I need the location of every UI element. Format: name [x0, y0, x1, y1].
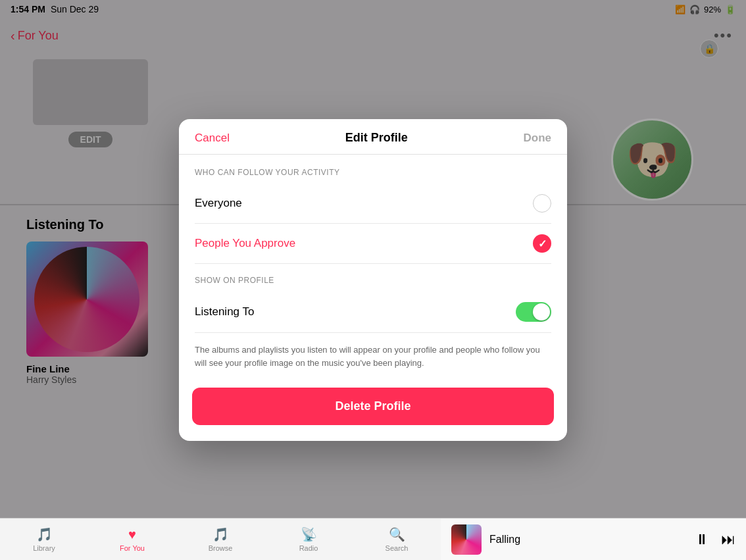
nav-items: 🎵 Library ♥ For You 🎵 Browse 📡 Radio 🔍 S…	[0, 519, 441, 561]
for-you-label: For You	[120, 544, 145, 552]
edit-profile-modal: Cancel Edit Profile Done WHO CAN FOLLOW …	[179, 119, 567, 441]
radio-icon: 📡	[301, 526, 317, 542]
nav-item-library[interactable]: 🎵 Library	[0, 519, 88, 561]
nav-item-radio[interactable]: 📡 Radio	[264, 519, 353, 561]
browse-label: Browse	[209, 544, 233, 552]
people-you-approve-label: People You Approve	[195, 237, 295, 250]
playback-controls: ⏸ ⏭	[695, 531, 735, 548]
pause-button[interactable]: ⏸	[695, 531, 709, 548]
heart-icon: ♥	[128, 527, 136, 542]
nav-item-browse[interactable]: 🎵 Browse	[176, 519, 264, 561]
toggle-knob	[533, 303, 550, 320]
library-label: Library	[33, 544, 55, 552]
nav-item-for-you[interactable]: ♥ For You	[88, 519, 176, 561]
listening-to-option-row: Listening To	[195, 292, 551, 333]
listening-to-toggle[interactable]	[516, 302, 551, 322]
modal-title: Edit Profile	[345, 131, 408, 145]
checkmark-icon: ✓	[538, 238, 547, 250]
library-icon: 🎵	[36, 526, 53, 542]
modal-header: Cancel Edit Profile Done	[179, 119, 567, 155]
everyone-option-row[interactable]: Everyone	[195, 184, 551, 224]
radio-label: Radio	[299, 544, 318, 552]
now-playing-bar: Falling ⏸ ⏭	[441, 518, 746, 560]
everyone-radio[interactable]	[533, 194, 551, 213]
nav-item-search[interactable]: 🔍 Search	[353, 519, 441, 561]
search-icon: 🔍	[389, 526, 405, 542]
who-can-follow-label: WHO CAN FOLLOW YOUR ACTIVITY	[195, 168, 551, 177]
people-you-approve-option-row[interactable]: People You Approve ✓	[195, 224, 551, 264]
listening-to-label: Listening To	[195, 305, 254, 318]
done-button[interactable]: Done	[524, 132, 552, 145]
cancel-button[interactable]: Cancel	[195, 132, 230, 145]
browse-icon: 🎵	[212, 526, 229, 542]
skip-forward-button[interactable]: ⏭	[721, 531, 735, 548]
modal-overlay: Cancel Edit Profile Done WHO CAN FOLLOW …	[0, 0, 746, 560]
now-playing-track-name: Falling	[489, 534, 687, 546]
now-playing-album-art	[451, 524, 482, 555]
people-you-approve-radio[interactable]: ✓	[533, 234, 551, 253]
listening-description: The albums and playlists you listen to w…	[195, 333, 551, 382]
search-label: Search	[385, 544, 409, 552]
everyone-label: Everyone	[195, 197, 242, 210]
show-on-profile-label: SHOW ON PROFILE	[195, 276, 551, 285]
modal-body: WHO CAN FOLLOW YOUR ACTIVITY Everyone Pe…	[179, 168, 567, 382]
delete-profile-button[interactable]: Delete Profile	[192, 388, 554, 425]
bottom-nav: 🎵 Library ♥ For You 🎵 Browse 📡 Radio 🔍 S…	[0, 518, 746, 560]
